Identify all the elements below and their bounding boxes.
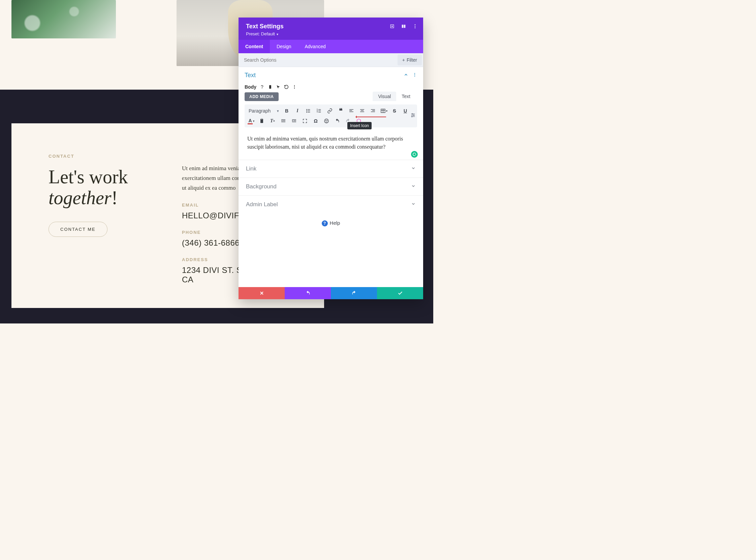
svg-rect-33 [372,111,375,111]
tab-advanced[interactable]: Advanced [298,40,332,53]
preset-select[interactable]: Preset: Default ▾ [246,31,416,36]
quote-icon[interactable]: ❝ [337,107,344,115]
editor-tab-visual[interactable]: Visual [373,92,396,101]
undo-icon[interactable] [333,117,341,125]
svg-rect-46 [292,122,296,122]
panel-footer [239,287,423,299]
fullscreen-icon[interactable] [301,117,309,125]
undo-button[interactable] [285,287,331,299]
svg-point-8 [414,74,415,75]
svg-point-50 [327,120,327,121]
mobile-icon[interactable] [268,84,272,89]
svg-rect-19 [308,112,310,112]
svg-rect-23 [319,111,321,111]
search-bar: + Filter [239,53,423,67]
svg-point-6 [415,27,416,28]
bullet-list-icon[interactable] [305,107,312,115]
table-icon[interactable]: ▾ [380,107,387,115]
svg-rect-10 [269,85,271,89]
svg-point-9 [414,76,415,76]
contact-me-button[interactable]: CONTACT ME [48,222,107,237]
paste-text-icon[interactable] [258,117,265,125]
chevron-down-icon: ▾ [275,32,278,36]
svg-rect-21 [319,109,321,109]
link-icon[interactable] [326,107,333,115]
indent-icon[interactable] [290,117,298,125]
section-admin-label[interactable]: Admin Label [239,196,423,213]
section-background[interactable]: Background [239,178,423,196]
svg-rect-32 [371,109,375,109]
plus-icon: + [402,57,405,63]
outdent-icon[interactable] [280,117,287,125]
more-vert-icon[interactable] [412,73,417,79]
svg-point-56 [411,116,412,117]
text-color-icon[interactable]: A▾ [247,117,255,125]
expand-icon[interactable] [389,24,395,29]
body-field-row: Body ? [239,81,423,91]
number-list-icon[interactable]: 123 [315,107,323,115]
svg-rect-26 [349,109,353,109]
italic-icon[interactable]: I [294,107,301,115]
section-text-header[interactable]: Text [239,67,423,81]
toolbar-settings-icon[interactable] [410,113,416,119]
insert-icon-tooltip: Insert Icon [347,122,372,129]
emoji-icon[interactable] [323,117,330,125]
add-media-button[interactable]: ADD MEDIA [245,92,279,101]
svg-rect-41 [283,121,285,121]
panel-tabs: Content Design Advanced [239,40,423,53]
editor-tab-text[interactable]: Text [396,92,416,101]
heading-line2-em: together [48,187,111,208]
body-text-editor[interactable]: Ut enim ad minima veniam, quis nostrum e… [245,129,417,160]
section-link[interactable]: Link [239,160,423,178]
align-right-icon[interactable] [369,107,377,115]
align-center-icon[interactable] [359,107,366,115]
svg-rect-44 [292,119,296,120]
svg-rect-27 [349,111,352,111]
redo-button[interactable] [331,287,377,299]
more-vert-icon[interactable] [292,84,297,89]
reset-icon[interactable] [284,84,289,89]
filter-button[interactable]: + Filter [397,55,422,65]
svg-marker-47 [292,120,293,121]
svg-rect-29 [360,109,364,109]
bold-icon[interactable]: B [283,107,290,115]
tab-content[interactable]: Content [239,40,270,53]
search-input[interactable] [239,53,396,67]
rich-text-toolbar: Paragraph B I 123 ❝ ▾ S U A▾ T× [245,104,417,127]
align-left-icon[interactable] [348,107,355,115]
underline-icon[interactable]: U [402,107,409,115]
svg-rect-34 [371,112,375,112]
text-settings-panel: Text Settings Preset: Default ▾ Content … [239,18,423,299]
svg-point-1 [392,26,393,27]
chevron-down-icon [411,201,416,208]
strike-icon[interactable]: S [391,107,398,115]
svg-point-16 [306,111,307,112]
svg-rect-25 [319,112,321,112]
more-vert-icon[interactable] [412,24,418,29]
grammarly-icon[interactable] [411,151,418,158]
svg-point-54 [413,115,414,116]
cancel-button[interactable] [239,287,285,299]
tab-design[interactable]: Design [270,40,298,53]
svg-point-4 [415,24,416,25]
chevron-up-icon[interactable] [404,73,408,79]
hover-icon[interactable] [276,84,281,89]
svg-rect-31 [360,112,364,112]
help-icon[interactable]: ? [260,84,264,89]
chevron-down-icon [411,183,416,190]
paragraph-select[interactable]: Paragraph [247,107,280,114]
svg-point-12 [294,86,295,87]
section-text-title: Text [245,72,256,79]
svg-point-13 [294,88,295,88]
columns-icon[interactable] [401,24,406,29]
svg-point-7 [414,73,415,74]
panel-header[interactable]: Text Settings Preset: Default ▾ [239,18,423,40]
special-char-icon[interactable]: Ω [312,117,320,125]
heading-line2-tail: ! [111,187,118,208]
clear-format-icon[interactable]: T× [269,117,276,125]
svg-rect-45 [293,121,296,121]
annotation-arrow [356,117,386,117]
save-button[interactable] [377,287,423,299]
help-link[interactable]: ?Help [239,213,423,233]
heading-line1: Let's work [48,166,128,187]
